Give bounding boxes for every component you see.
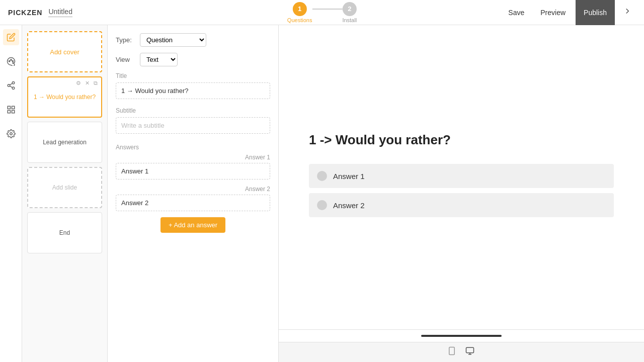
preview-radio-2 xyxy=(317,200,327,210)
save-button[interactable]: Save xyxy=(502,6,530,20)
preview-answer-1-text: Answer 1 xyxy=(333,172,365,180)
svg-rect-9 xyxy=(12,106,14,109)
answer-1-label: Answer 1 xyxy=(116,154,270,161)
view-select[interactable]: Text Image Split xyxy=(140,53,178,66)
preview-device-bar xyxy=(279,342,644,362)
answer-1-input[interactable] xyxy=(116,163,270,179)
preview-button[interactable]: Preview xyxy=(534,6,572,20)
step-2-circle: 2 xyxy=(343,2,357,16)
slide-1-wrapper: 1 ⚙ ✕ ⧉ 1 → Would you rather? xyxy=(27,76,102,118)
preview-panel: 1 -> Would you rather? Answer 1 Answer 2 xyxy=(279,25,644,362)
answer-2-label: Answer 2 xyxy=(116,186,270,193)
svg-point-12 xyxy=(10,133,12,135)
subtitle-input[interactable] xyxy=(116,117,270,134)
desktop-device-icon[interactable] xyxy=(464,346,475,358)
slide-1-label: 1 → Would you rather? xyxy=(34,94,96,101)
nav-share[interactable] xyxy=(3,77,19,94)
svg-point-0 xyxy=(9,61,10,62)
answer-2-wrap: Answer 2 xyxy=(116,186,270,211)
svg-rect-15 xyxy=(466,347,474,353)
step-questions[interactable]: 1 Questions xyxy=(287,2,312,23)
step-install[interactable]: 2 Install xyxy=(342,2,357,23)
answer-2-input[interactable] xyxy=(116,195,270,211)
preview-content: 1 -> Would you rather? Answer 1 Answer 2 xyxy=(279,25,644,329)
add-slide-button[interactable]: Add slide xyxy=(27,167,102,208)
step-2-label: Install xyxy=(342,17,357,23)
slide-1-copy-btn[interactable]: ⧉ xyxy=(92,79,99,87)
svg-line-6 xyxy=(10,86,12,87)
answers-section: Answers Answer 1 Answer 2 + Add an answe… xyxy=(116,144,270,233)
document-title[interactable]: Untitled xyxy=(48,8,72,17)
slide-1-delete-btn[interactable]: ✕ xyxy=(84,79,91,87)
preview-answer-1: Answer 1 xyxy=(309,164,614,188)
nav-edit[interactable] xyxy=(3,29,19,45)
answer-1-wrap: Answer 1 xyxy=(116,154,270,179)
slides-panel: Add cover 1 ⚙ ✕ ⧉ 1 → Would you rather? … xyxy=(22,25,108,362)
type-row: Type: Question Lead generation End xyxy=(116,33,270,47)
slide-1-actions: ⚙ ✕ ⧉ xyxy=(74,79,99,87)
slide-2[interactable]: Lead generation xyxy=(27,122,102,163)
type-label: Type: xyxy=(116,36,136,44)
svg-rect-8 xyxy=(8,106,10,109)
nav-grid[interactable] xyxy=(3,102,19,118)
main-layout: Add cover 1 ⚙ ✕ ⧉ 1 → Would you rather? … xyxy=(0,25,644,362)
subtitle-label: Subtitle xyxy=(116,107,270,114)
preview-question-title: 1 -> Would you rather? xyxy=(309,132,614,148)
add-cover-label: Add cover xyxy=(50,48,79,56)
end-slide-label: End xyxy=(59,229,70,236)
svg-point-4 xyxy=(8,84,10,87)
type-select[interactable]: Question Lead generation End xyxy=(140,33,206,47)
nav-settings[interactable] xyxy=(3,126,19,142)
preview-answer-2: Answer 2 xyxy=(309,193,614,217)
add-answer-button[interactable]: + Add an answer xyxy=(160,217,225,233)
mobile-device-icon[interactable] xyxy=(447,346,456,358)
svg-rect-11 xyxy=(12,111,14,113)
end-slide[interactable]: End xyxy=(27,212,102,253)
title-label: Title xyxy=(116,72,270,79)
title-input[interactable] xyxy=(116,82,270,99)
publish-button[interactable]: Publish xyxy=(576,0,615,25)
slide-2-wrapper: 2 Lead generation xyxy=(27,122,102,163)
svg-point-3 xyxy=(12,82,15,84)
topbar-actions: Save Preview Publish xyxy=(502,0,636,25)
preview-radio-1 xyxy=(317,171,327,181)
view-row: View Text Image Split xyxy=(116,53,270,66)
nav-theme[interactable] xyxy=(3,53,19,69)
svg-line-7 xyxy=(10,83,12,85)
editor-panel: Type: Question Lead generation End View … xyxy=(108,25,279,362)
svg-point-1 xyxy=(10,59,11,60)
answers-label: Answers xyxy=(116,144,270,151)
preview-bottom-bar xyxy=(279,329,644,342)
brand: PICKZEN xyxy=(8,9,42,17)
steps-nav: 1 Questions 2 Install xyxy=(287,2,357,23)
slide-1[interactable]: ⚙ ✕ ⧉ 1 → Would you rather? xyxy=(27,76,102,118)
step-1-label: Questions xyxy=(287,17,312,23)
slide-1-settings-btn[interactable]: ⚙ xyxy=(74,79,83,87)
add-slide-label: Add slide xyxy=(52,184,77,191)
topbar: PICKZEN Untitled 1 Questions 2 Install S… xyxy=(0,0,644,25)
step-1-circle: 1 xyxy=(293,2,307,16)
step-connector xyxy=(312,9,342,10)
svg-point-2 xyxy=(12,61,13,62)
preview-progress-bar xyxy=(421,335,502,337)
icon-nav xyxy=(0,25,22,362)
view-label: View xyxy=(116,56,136,63)
slide-2-label: Lead generation xyxy=(43,139,87,146)
preview-answer-2-text: Answer 2 xyxy=(333,201,365,210)
svg-point-5 xyxy=(12,87,15,89)
add-cover-slide[interactable]: Add cover xyxy=(27,31,102,72)
svg-rect-10 xyxy=(8,111,10,113)
export-button[interactable] xyxy=(619,4,636,21)
